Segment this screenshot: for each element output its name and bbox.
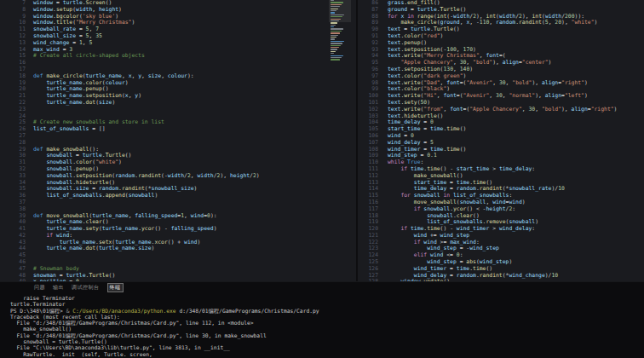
minimap-line <box>331 37 336 38</box>
minimap-line <box>331 26 334 27</box>
code-text: turtle_name.dot(turtle_name.size) <box>33 245 154 252</box>
minimap[interactable] <box>331 0 349 65</box>
panel-tab-1[interactable]: 问题 <box>34 284 45 292</box>
panel-tab-3[interactable]: 调试控制台 <box>72 284 100 292</box>
bottom-panel: 问题输出调试控制台终端 raise Terminatorturtle.Termi… <box>0 281 644 358</box>
minimap-line <box>331 43 342 43</box>
minimap-line <box>331 51 336 52</box>
minimap-line <box>331 38 335 39</box>
minimap-line <box>331 25 336 26</box>
panel-tab-2[interactable]: 输出 <box>53 284 64 292</box>
code-text: list_of_snowballs = [] <box>33 126 106 133</box>
minimap-line <box>331 47 339 48</box>
minimap-line <box>331 28 343 29</box>
minimap-line <box>331 19 341 20</box>
minimap-line <box>331 49 337 49</box>
code-text: # Create all circle-shaped objects <box>33 53 145 60</box>
minimap-line <box>331 20 339 21</box>
minimap-line <box>331 32 340 33</box>
minimap-line <box>331 22 337 23</box>
code-line[interactable]: 26list_of_snowballs = [] <box>0 126 356 133</box>
code-line[interactable]: 23 <box>0 107 356 113</box>
terminal-line: File "C:\Users\BD\anaconda3\lib\turtle.p… <box>10 344 644 350</box>
minimap-line <box>331 55 343 56</box>
editor-group: 7window = turtle.Screen()8window.setup(w… <box>0 0 644 281</box>
editor-pane-right[interactable]: 86grass.end_fill()87ground = turtle.Turt… <box>358 0 644 281</box>
code-lines-right: 86grass.end_fill()87ground = turtle.Turt… <box>358 0 644 281</box>
code-line[interactable]: 16 <box>0 60 356 66</box>
minimap-line <box>331 4 342 5</box>
code-line[interactable]: 15# Create all circle-shaped objects <box>0 53 356 60</box>
terminal-line: Traceback (most recent call last): <box>10 314 644 320</box>
code-line[interactable]: 22 turtle_name.dot(size) <box>0 100 356 107</box>
minimap-line <box>331 45 341 46</box>
minimap-line <box>331 12 335 13</box>
minimap-line <box>331 57 342 58</box>
minimap-line <box>331 59 340 60</box>
code-text: turtle_name.dot(size) <box>33 100 115 107</box>
terminal-line: raise Terminator <box>10 295 644 301</box>
terminal-line: make_snowball() <box>10 326 644 332</box>
panel-tab-bar: 问题输出调试控制台终端 <box>0 282 644 293</box>
editor-pane-left[interactable]: 7window = turtle.Screen()8window.setup(w… <box>0 0 356 281</box>
code-line[interactable]: 36 list_of_snowballs.append(snowball) <box>0 193 356 199</box>
terminal-line: PS D:\348\01编程> & C:/Users/BD/anaconda3/… <box>10 308 644 314</box>
minimap-line <box>331 53 334 54</box>
code-line[interactable]: 27 <box>0 133 356 140</box>
terminal-line: snowball = turtle.Turtle() <box>10 338 644 344</box>
code-line[interactable]: 37 <box>0 199 356 206</box>
terminal-line: File "d:/348/01编程/GamePrograms/Christmas… <box>10 320 644 326</box>
minimap-line <box>331 31 342 32</box>
terminal-line: turtle.Terminator <box>10 301 644 307</box>
terminal-output[interactable]: raise Terminatorturtle.TerminatorPS D:\3… <box>0 293 644 357</box>
terminal-line: RawTurtle.__init__(self, Turtle._screen, <box>10 351 644 357</box>
code-text: list_of_snowballs.append(snowball) <box>33 193 158 199</box>
panel-tab-4[interactable]: 终端 <box>107 283 124 292</box>
code-line[interactable]: 44 turtle_name.dot(turtle_name.size) <box>0 245 356 252</box>
minimap-line <box>331 9 338 9</box>
minimap-line <box>331 35 338 36</box>
terminal-line: File "d:/348/01编程/GamePrograms/Christmas… <box>10 332 644 338</box>
minimap-line <box>331 41 344 42</box>
code-lines-left: 7window = turtle.Screen()8window.setup(w… <box>0 0 356 281</box>
code-line[interactable]: 45 <box>0 252 356 259</box>
minimap-line <box>331 2 343 3</box>
minimap-line <box>331 14 344 15</box>
